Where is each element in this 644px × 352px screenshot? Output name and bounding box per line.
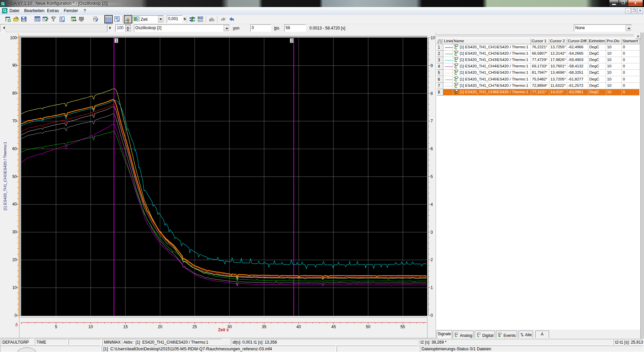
svg-text:C: C [454,78,457,82]
svg-text:C: C [454,91,457,95]
svg-text:C: C [454,52,457,56]
svg-text:C: C [454,84,457,89]
svg-text:a+b: a+b [72,19,76,21]
svg-text:C: C [454,58,457,63]
svg-text:L: L [477,334,480,338]
svg-text:C: C [454,65,457,69]
svg-text:E: E [498,334,501,338]
svg-text:C: C [455,334,458,338]
svg-text:C: C [454,46,457,50]
svg-text:2: 2 [291,39,293,43]
svg-text:1: 1 [115,39,117,43]
svg-text:C: C [454,71,457,75]
